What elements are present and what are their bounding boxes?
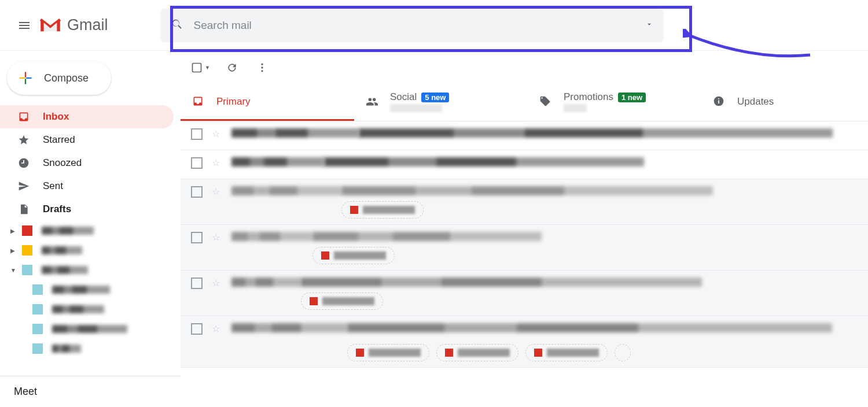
sender-redacted xyxy=(231,278,301,287)
label-item[interactable]: ▶ xyxy=(0,221,181,240)
star-icon[interactable]: ☆ xyxy=(212,232,220,243)
sublabel-item[interactable] xyxy=(0,339,181,358)
row-checkbox[interactable] xyxy=(191,128,203,140)
sender-redacted xyxy=(231,323,347,332)
info-icon xyxy=(713,95,726,108)
subject-redacted xyxy=(341,186,713,195)
mail-row[interactable]: ☆ xyxy=(181,225,868,271)
tag-icon xyxy=(539,95,552,108)
mail-row[interactable]: ☆ xyxy=(181,179,868,225)
compose-label: Compose xyxy=(44,72,89,84)
app-header: Gmail xyxy=(0,0,868,51)
search-bar[interactable] xyxy=(160,9,664,42)
sublabel-item[interactable] xyxy=(0,280,181,299)
mail-row[interactable]: ☆ xyxy=(181,316,868,368)
svg-rect-0 xyxy=(25,72,26,77)
meet-section-header[interactable]: Meet xyxy=(0,376,181,407)
search-options-dropdown-icon[interactable] xyxy=(645,20,653,31)
attachment-chip[interactable] xyxy=(312,247,395,264)
mail-list: ☆ ☆ ☆ ☆ xyxy=(181,121,868,407)
nav-label: Drafts xyxy=(43,204,71,215)
mail-row[interactable]: ☆ xyxy=(181,121,868,150)
svg-rect-4 xyxy=(193,64,201,72)
label-item[interactable]: ▼ xyxy=(0,260,181,280)
caret-down-icon: ▼ xyxy=(205,65,210,71)
mail-row[interactable]: ☆ xyxy=(181,150,868,179)
tab-social[interactable]: Social 5 new xyxy=(354,84,528,121)
nav-label: Snoozed xyxy=(43,157,82,169)
row-checkbox[interactable] xyxy=(191,232,203,243)
sender-redacted xyxy=(231,232,312,241)
star-icon[interactable]: ☆ xyxy=(212,323,220,334)
tab-badge: 1 new xyxy=(618,92,646,102)
nav-label: Starred xyxy=(43,134,75,146)
search-input[interactable] xyxy=(194,19,645,32)
send-icon xyxy=(17,180,30,193)
tab-primary[interactable]: Primary xyxy=(181,84,354,121)
tab-label: Primary xyxy=(216,96,251,108)
sublabel-item[interactable] xyxy=(0,299,181,319)
nav-starred[interactable]: Starred xyxy=(0,128,174,151)
tab-label: Social xyxy=(390,91,417,103)
svg-point-6 xyxy=(261,66,263,68)
brand-text: Gmail xyxy=(67,16,108,34)
tab-subtext-redacted xyxy=(390,104,442,112)
tab-badge: 5 new xyxy=(421,92,449,102)
tab-updates[interactable]: Updates xyxy=(701,84,852,121)
main-content: ▼ Primary Social 5 new xyxy=(181,51,868,407)
attachment-chip[interactable] xyxy=(436,344,518,361)
subject-redacted xyxy=(347,323,832,332)
star-icon[interactable]: ☆ xyxy=(212,278,220,288)
plus-icon xyxy=(17,70,34,86)
select-all-checkbox[interactable]: ▼ xyxy=(191,62,210,73)
row-checkbox[interactable] xyxy=(191,278,203,289)
refresh-button[interactable] xyxy=(226,61,240,75)
row-checkbox[interactable] xyxy=(191,186,203,198)
subject-redacted xyxy=(324,157,644,166)
star-icon[interactable]: ☆ xyxy=(212,186,220,197)
star-icon[interactable]: ☆ xyxy=(212,157,220,168)
svg-point-5 xyxy=(261,64,263,65)
clock-icon xyxy=(17,157,30,169)
attachment-chip[interactable] xyxy=(301,293,383,310)
mail-row[interactable]: ☆ xyxy=(181,271,868,316)
category-tabs: Primary Social 5 new Promotions 1 n xyxy=(181,84,868,121)
mail-toolbar: ▼ xyxy=(181,51,868,84)
tab-label: Updates xyxy=(737,96,774,108)
nav-inbox[interactable]: Inbox xyxy=(0,105,174,128)
sublabel-item[interactable] xyxy=(0,319,181,339)
file-icon xyxy=(17,203,30,216)
row-checkbox[interactable] xyxy=(191,323,203,335)
svg-rect-9 xyxy=(718,100,719,103)
svg-rect-3 xyxy=(20,77,25,79)
tab-promotions[interactable]: Promotions 1 new xyxy=(528,84,701,121)
tab-label: Promotions xyxy=(564,91,613,103)
more-button[interactable] xyxy=(256,61,270,75)
attachment-chip[interactable] xyxy=(347,344,429,361)
tab-subtext-redacted xyxy=(564,104,587,112)
row-checkbox[interactable] xyxy=(191,157,203,169)
star-icon xyxy=(17,134,30,146)
nav-snoozed[interactable]: Snoozed xyxy=(0,151,174,175)
nav-label: Inbox xyxy=(43,111,69,123)
attachment-more-chip[interactable] xyxy=(615,344,631,361)
inbox-icon xyxy=(192,95,205,108)
svg-rect-1 xyxy=(26,77,31,79)
svg-rect-2 xyxy=(25,79,26,84)
nav-drafts[interactable]: Drafts xyxy=(0,198,174,221)
nav-sent[interactable]: Sent xyxy=(0,175,174,198)
sender-redacted xyxy=(231,186,341,195)
compose-button[interactable]: Compose xyxy=(7,61,111,95)
hamburger-menu-icon[interactable] xyxy=(12,13,37,38)
sender-redacted xyxy=(231,128,359,138)
attachment-chip[interactable] xyxy=(525,344,608,361)
gmail-logo[interactable]: Gmail xyxy=(39,16,108,34)
attachment-chip[interactable] xyxy=(341,201,424,219)
svg-point-7 xyxy=(261,70,263,72)
sender-redacted xyxy=(231,157,324,166)
star-icon[interactable]: ☆ xyxy=(212,128,220,139)
subject-redacted xyxy=(359,128,833,138)
subject-redacted xyxy=(312,232,542,241)
label-item[interactable]: ▶ xyxy=(0,240,181,260)
search-icon xyxy=(171,18,183,33)
